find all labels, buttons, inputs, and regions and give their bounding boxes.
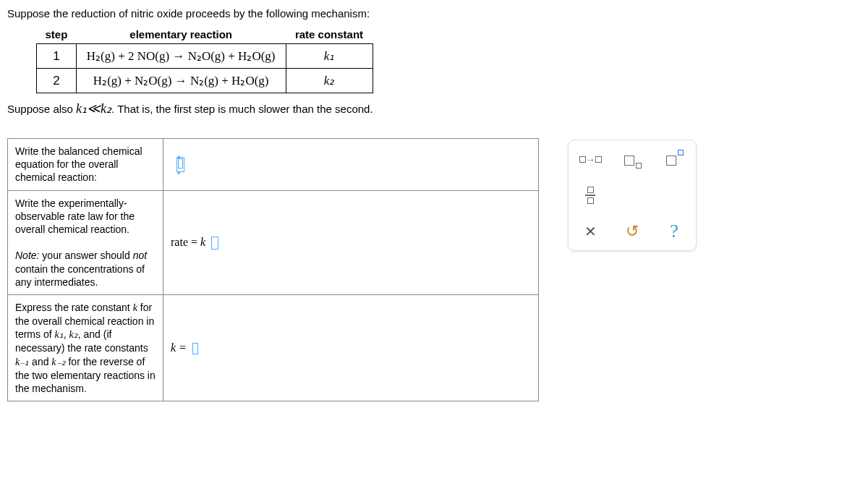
mechanism-table: step elementary reaction rate constant 1… (36, 25, 373, 93)
k-prefix: k = (171, 341, 190, 354)
col-step: step (37, 25, 77, 44)
fraction-button[interactable] (574, 184, 606, 207)
col-rate-constant: rate constant (286, 25, 373, 44)
undo-button[interactable]: ↺ (616, 220, 648, 243)
x-icon: ✕ (584, 223, 597, 240)
subscript-button[interactable] (616, 148, 648, 171)
suppose-suffix: . That is, the first step is much slower… (111, 103, 373, 115)
fraction-icon (585, 187, 595, 204)
step-number: 1 (37, 44, 77, 69)
arrow-icon: → (586, 154, 595, 165)
rate-prefix: rate = (171, 236, 200, 248)
note-label: Note: (15, 250, 39, 261)
rate-law-input[interactable]: rate = k (171, 236, 218, 248)
equation-input[interactable]: ▴ ▾ (176, 157, 184, 172)
suppose-text: Suppose also k₁≪k₂. That is, the first s… (7, 101, 861, 116)
col-reaction: elementary reaction (76, 25, 286, 44)
question-icon: ? (670, 221, 678, 242)
q3-input-cell: k = (163, 294, 539, 401)
q2-input-cell: rate = k (163, 190, 539, 294)
q3-k2: k₂ (69, 329, 77, 340)
k-expression-input[interactable]: k = (171, 341, 198, 354)
intro-text: Suppose the reduction of nitric oxide pr… (7, 7, 861, 20)
clear-button[interactable]: ✕ (574, 220, 606, 243)
input-placeholder-icon[interactable] (192, 343, 198, 354)
q3-a: Express the rate constant (15, 302, 133, 313)
box-icon (579, 156, 586, 163)
q2-prompt: Write the experimentally-observable rate… (8, 190, 163, 294)
reaction-arrow-button[interactable]: → (574, 148, 606, 171)
rate-k: k (200, 236, 205, 248)
answer-table: Write the balanced chemical equation for… (7, 138, 539, 401)
mechanism-row: 1 H₂(g) + 2 NO(g) → N₂O(g) + H₂O(g) k₁ (37, 44, 373, 69)
rate-constant: k₂ (286, 69, 373, 93)
q3-and: and (29, 356, 51, 367)
suppose-prefix: Suppose also (7, 103, 76, 115)
q3-kn2: k₋₂ (51, 357, 65, 367)
subscript-icon (623, 151, 642, 167)
input-placeholder-icon[interactable] (211, 237, 218, 250)
q3-k1: k₁ (54, 329, 63, 340)
q3-kn1: k₋₁ (15, 357, 29, 367)
elementary-reaction: H₂(g) + N₂O(g) → N₂(g) + H₂O(g) (76, 69, 286, 93)
q2-text: Write the experimentally-observable rate… (15, 197, 156, 237)
spacer (616, 184, 648, 207)
undo-icon: ↺ (626, 222, 639, 241)
equation-toolbox: → ✕ ↺ ? (568, 140, 697, 251)
q1-input-cell: ▴ ▾ (163, 139, 539, 191)
rate-constant: k₁ (286, 44, 373, 69)
box-icon (595, 156, 602, 163)
note-text-b: contain the concentrations of any interm… (15, 263, 145, 288)
spacer (658, 184, 690, 207)
superscript-button[interactable] (658, 148, 690, 171)
note-not: not (133, 250, 147, 261)
help-button[interactable]: ? (658, 220, 690, 243)
superscript-icon (665, 151, 684, 167)
q3-prompt: Express the rate constant k for the over… (8, 294, 163, 401)
elementary-reaction: H₂(g) + 2 NO(g) → N₂O(g) + H₂O(g) (76, 44, 286, 69)
suppose-relation: k₁≪k₂ (76, 101, 111, 116)
mechanism-row: 2 H₂(g) + N₂O(g) → N₂(g) + H₂O(g) k₂ (37, 69, 373, 93)
q1-prompt: Write the balanced chemical equation for… (8, 139, 163, 191)
step-number: 2 (37, 69, 77, 93)
q2-note: Note: your answer should not contain the… (15, 249, 156, 289)
note-text-a: your answer should (39, 250, 132, 261)
